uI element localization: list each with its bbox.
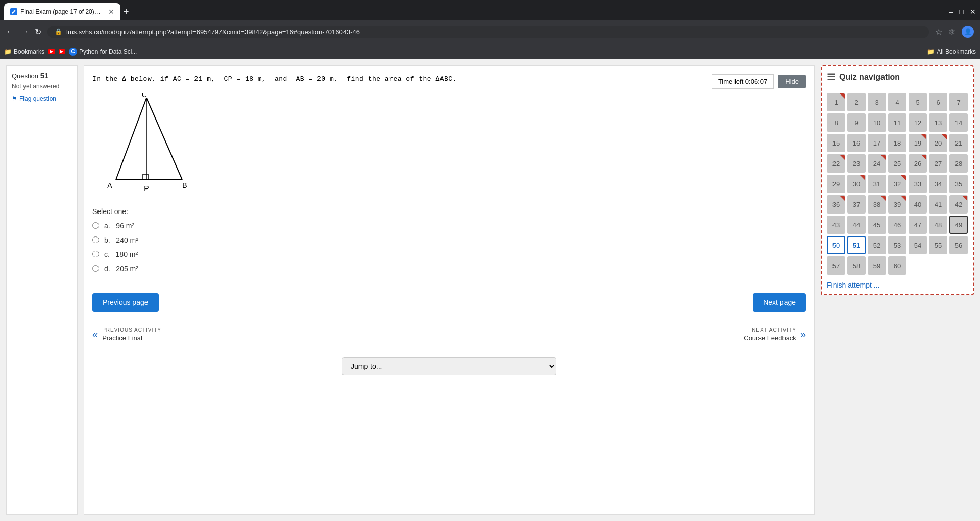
nav-cell-42[interactable]: 42: [949, 195, 968, 214]
nav-cell-26[interactable]: 26: [909, 154, 927, 173]
nav-cell-51[interactable]: 51: [847, 236, 866, 254]
reload-button[interactable]: ↻: [35, 27, 41, 37]
nav-cell-57[interactable]: 57: [827, 256, 845, 275]
nav-cell-24[interactable]: 24: [868, 154, 886, 173]
nav-cell-3[interactable]: 3: [868, 93, 886, 111]
tab-bar: 🖌 Final Exam (page 17 of 20) | SVI ✕ + –…: [0, 0, 980, 20]
minimize-button[interactable]: –: [949, 8, 953, 16]
nav-cell-39[interactable]: 39: [888, 195, 906, 214]
radio-option-d[interactable]: [92, 265, 99, 272]
nav-cell-8[interactable]: 8: [827, 113, 845, 132]
previous-activity-link[interactable]: « PREVIOUS ACTIVITY Practice Final: [92, 327, 161, 342]
nav-cell-45[interactable]: 45: [868, 216, 886, 234]
svg-text:P: P: [144, 184, 149, 193]
new-tab-button[interactable]: +: [124, 7, 129, 17]
nav-cell-21[interactable]: 21: [949, 134, 968, 152]
option-label-c[interactable]: c. 180 m²: [104, 250, 138, 258]
back-button[interactable]: ←: [6, 27, 14, 36]
nav-cell-6[interactable]: 6: [929, 93, 947, 111]
nav-cell-17[interactable]: 17: [868, 134, 886, 152]
nav-cell-38[interactable]: 38: [868, 195, 886, 214]
nav-cell-58[interactable]: 58: [847, 256, 866, 275]
radio-option-a[interactable]: [92, 222, 99, 229]
url-box[interactable]: 🔒 lms.svhs.co/mod/quiz/attempt.php?attem…: [47, 26, 929, 38]
option-label-d[interactable]: d. 205 m²: [104, 265, 138, 273]
flag-question-button[interactable]: ⚑ Flag question: [12, 95, 72, 102]
nav-cell-33[interactable]: 33: [909, 175, 927, 193]
active-tab[interactable]: 🖌 Final Exam (page 17 of 20) | SVI ✕: [4, 3, 120, 20]
python-bookmark[interactable]: C Python for Data Sci...: [69, 48, 137, 56]
finish-attempt-link[interactable]: Finish attempt ...: [827, 281, 968, 289]
bookmarks-folder[interactable]: 📁 Bookmarks: [4, 48, 44, 55]
nav-cell-31[interactable]: 31: [868, 175, 886, 193]
nav-cell-60[interactable]: 60: [888, 256, 906, 275]
nav-cell-27[interactable]: 27: [929, 154, 947, 173]
close-window-button[interactable]: ✕: [970, 8, 976, 16]
nav-cell-55[interactable]: 55: [929, 236, 947, 254]
nav-cell-59[interactable]: 59: [868, 256, 886, 275]
nav-cell-46[interactable]: 46: [888, 216, 906, 234]
radio-option-b[interactable]: [92, 236, 99, 243]
all-bookmarks[interactable]: 📁 All Bookmarks: [927, 48, 976, 55]
nav-cell-9[interactable]: 9: [847, 113, 866, 132]
nav-cell-52[interactable]: 52: [868, 236, 886, 254]
nav-cell-50[interactable]: 50: [827, 236, 845, 254]
nav-cell-44[interactable]: 44: [847, 216, 866, 234]
nav-cell-29[interactable]: 29: [827, 175, 845, 193]
nav-cell-16[interactable]: 16: [847, 134, 866, 152]
quiz-nav-panel: ☰ Quiz navigation 1234567891011121314151…: [821, 65, 974, 295]
nav-cell-48[interactable]: 48: [929, 216, 947, 234]
nav-cell-10[interactable]: 10: [868, 113, 886, 132]
nav-cell-43[interactable]: 43: [827, 216, 845, 234]
option-label-b[interactable]: b. 240 m²: [104, 236, 138, 244]
bookmark-star-icon[interactable]: ☆: [935, 27, 942, 37]
nav-cell-7[interactable]: 7: [949, 93, 968, 111]
extensions-icon[interactable]: ⚛: [948, 27, 955, 37]
next-activity-link[interactable]: NEXT ACTIVITY Course Feedback »: [744, 327, 806, 342]
nav-cell-54[interactable]: 54: [909, 236, 927, 254]
question-status: Not yet answered: [12, 83, 72, 90]
nav-cell-47[interactable]: 47: [909, 216, 927, 234]
profile-avatar[interactable]: 👤: [962, 26, 974, 38]
nav-cell-40[interactable]: 40: [909, 195, 927, 214]
nav-cell-28[interactable]: 28: [949, 154, 968, 173]
forward-button[interactable]: →: [20, 27, 29, 36]
nav-cell-11[interactable]: 11: [888, 113, 906, 132]
nav-cell-13[interactable]: 13: [929, 113, 947, 132]
nav-cell-41[interactable]: 41: [929, 195, 947, 214]
svg-text:C: C: [142, 93, 147, 99]
nav-cell-4[interactable]: 4: [888, 93, 906, 111]
next-page-button[interactable]: Next page: [753, 293, 806, 312]
nav-cell-15[interactable]: 15: [827, 134, 845, 152]
previous-page-button[interactable]: Previous page: [92, 293, 159, 312]
maximize-button[interactable]: □: [960, 8, 964, 16]
nav-cell-12[interactable]: 12: [909, 113, 927, 132]
nav-cell-2[interactable]: 2: [847, 93, 866, 111]
youtube-bookmark-2[interactable]: ▶: [59, 49, 65, 54]
nav-cell-18[interactable]: 18: [888, 134, 906, 152]
tab-close-button[interactable]: ✕: [108, 8, 114, 16]
nav-cell-1[interactable]: 1: [827, 93, 845, 111]
hide-timer-button[interactable]: Hide: [778, 75, 806, 88]
nav-cell-34[interactable]: 34: [929, 175, 947, 193]
option-row-b: b. 240 m²: [92, 236, 806, 244]
nav-cell-22[interactable]: 22: [827, 154, 845, 173]
nav-cell-49[interactable]: 49: [949, 216, 968, 234]
nav-cell-53[interactable]: 53: [888, 236, 906, 254]
jump-to-select[interactable]: Jump to...: [342, 357, 556, 375]
nav-cell-37[interactable]: 37: [847, 195, 866, 214]
nav-cell-5[interactable]: 5: [909, 93, 927, 111]
option-label-a[interactable]: a. 96 m²: [104, 222, 134, 230]
nav-cell-36[interactable]: 36: [827, 195, 845, 214]
radio-option-c[interactable]: [92, 251, 99, 257]
nav-cell-56[interactable]: 56: [949, 236, 968, 254]
nav-cell-30[interactable]: 30: [847, 175, 866, 193]
nav-cell-20[interactable]: 20: [929, 134, 947, 152]
nav-cell-23[interactable]: 23: [847, 154, 866, 173]
nav-cell-35[interactable]: 35: [949, 175, 968, 193]
nav-cell-14[interactable]: 14: [949, 113, 968, 132]
nav-cell-25[interactable]: 25: [888, 154, 906, 173]
nav-cell-32[interactable]: 32: [888, 175, 906, 193]
nav-cell-19[interactable]: 19: [909, 134, 927, 152]
youtube-bookmark-1[interactable]: ▶: [48, 49, 55, 54]
